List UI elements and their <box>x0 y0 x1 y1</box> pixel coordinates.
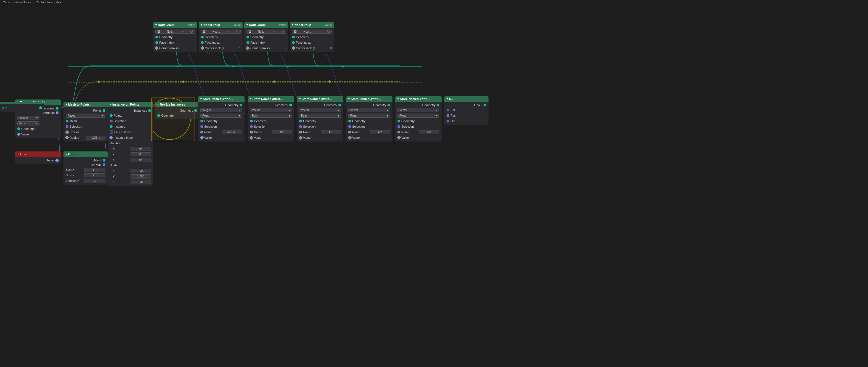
collapse-icon-2[interactable]: ▾ <box>201 24 202 26</box>
store1-header[interactable]: ▾ Store Named Attrib... <box>198 96 245 102</box>
capture-type-row: Integer▾ <box>15 115 61 120</box>
s1-domain-row: Point▾ <box>198 113 245 118</box>
collapse-grid[interactable]: ▾ <box>66 153 67 156</box>
nodegroup-4-body: 🖼Nod...4🛡 Geometry Face index Corner ran… <box>290 28 334 52</box>
mtp-mode-row: Faces▾ <box>63 113 107 118</box>
s1-name-value[interactable]: Face ind... <box>222 130 242 134</box>
socket-ri-geo-in <box>157 114 160 117</box>
collapse-idx[interactable]: ▾ <box>18 153 19 156</box>
nodegroup-1-header[interactable]: ▾ NodeGroup Value <box>153 22 197 28</box>
s4-sel-in: Selection <box>346 124 393 129</box>
breadcrumb-cube[interactable]: Cube <box>3 1 10 4</box>
capture-domain-dropdown[interactable]: Face▾ <box>18 121 39 125</box>
nodegroup-2-value: Value <box>234 24 241 27</box>
instance-on-points-header[interactable]: ▾ Instance on Points <box>107 102 153 107</box>
grid-sizex-value[interactable]: 1 m <box>84 168 105 172</box>
s5-name-in: Name N3 <box>395 129 442 135</box>
s4-type-dropdown[interactable]: Vector▾ <box>348 108 390 112</box>
iop-scale-z-value[interactable]: 1.000 <box>130 180 151 184</box>
store5-header[interactable]: ▾ Store Named Attrib... <box>395 96 442 102</box>
store3-header[interactable]: ▾ Store Named Attrib... <box>297 96 343 102</box>
iop-instindex-in: Instance Index <box>107 135 153 140</box>
socket-s3-name-in <box>299 131 302 134</box>
node-editor-canvas[interactable]: Cube › GeomNodes › Capture face index <box>0 0 868 367</box>
partial-right-header[interactable]: ▾ S... <box>444 96 489 102</box>
store1-title: Store Named Attrib... <box>203 97 242 101</box>
index-header[interactable]: ▾ Index <box>15 151 61 157</box>
nodegroup-2-faceindex: Face index <box>199 40 243 45</box>
s1-sel-in: Selection <box>198 124 245 129</box>
collapse-s4[interactable]: ▾ <box>348 97 350 100</box>
s4-geo-in: Geometry <box>346 118 393 124</box>
socket-iop-instindex-in <box>109 136 113 140</box>
store2-header[interactable]: ▾ Store Named Attrib... <box>248 96 294 102</box>
grid-header[interactable]: ▾ Grid <box>63 151 107 157</box>
socket-geometry-out-3 <box>246 36 249 38</box>
s3-domain-dropdown[interactable]: Point▾ <box>299 114 341 118</box>
nodegroup-4-dropdown[interactable]: 🖼Nod...4🛡 <box>292 30 332 34</box>
store5-body: Geometry Vector▾ Point▾ Geometry Selecti… <box>395 102 442 141</box>
s3-type-dropdown[interactable]: Vector▾ <box>299 108 341 112</box>
partial-left-header[interactable] <box>0 102 44 104</box>
mtp-radius-value[interactable]: 0.05 m <box>86 136 105 140</box>
collapse-s3[interactable]: ▾ <box>299 97 301 100</box>
capture-type-dropdown[interactable]: Integer▾ <box>18 116 39 120</box>
socket-geometry-out-4 <box>292 36 295 38</box>
socket-faceindex-out-3 <box>246 41 249 44</box>
capture-geo-in-row: Geometry <box>15 126 61 132</box>
socket-pr-geo-out <box>484 104 486 106</box>
collapse-icon-3[interactable]: ▾ <box>246 24 248 26</box>
nodegroup-2-dropdown[interactable]: 🖼Nod...4🛡 <box>201 30 241 34</box>
breadcrumb-geomnodes[interactable]: GeomNodes <box>14 1 31 4</box>
s1-domain-dropdown[interactable]: Point▾ <box>200 114 242 118</box>
s2-domain-dropdown[interactable]: Point▾ <box>250 114 292 118</box>
store4-header[interactable]: ▾ Store Named Attrib... <box>346 96 393 102</box>
mtp-sel-in: Selection <box>63 124 107 129</box>
collapse-ri[interactable]: ▾ <box>157 103 159 106</box>
nodegroup-2-corner: Corner rank (s 1 <box>199 45 243 51</box>
nodegroup-1-dropdown[interactable]: 🖼Nod...4🛡 <box>155 30 195 34</box>
collapse-s5[interactable]: ▾ <box>397 97 399 100</box>
partial-right-body: Geo... Sel... Pos... Off... <box>444 102 489 125</box>
collapse-pr[interactable]: ▾ <box>446 97 448 100</box>
collapse-s2[interactable]: ▾ <box>250 97 251 100</box>
nodegroup-3-header[interactable]: ▾ NodeGroup Value <box>244 22 288 28</box>
grid-vertx-value[interactable]: 2 <box>84 179 105 183</box>
s5-type-dropdown[interactable]: Vector▾ <box>397 108 439 112</box>
socket-s5-geo-in <box>397 120 400 122</box>
nodegroup-3-sub-row: 🖼Nod...4🛡 <box>244 29 288 34</box>
nodegroup-1-faceindex: Face index <box>153 40 197 45</box>
iop-pick-checkbox[interactable] <box>110 131 113 134</box>
socket-cap-attr-out <box>56 111 59 114</box>
breadcrumb-current[interactable]: Capture face index <box>36 1 61 4</box>
realize-instances-header[interactable]: ▾ Realize Instances <box>155 102 199 107</box>
s5-type-row: Vector▾ <box>395 107 442 113</box>
nodegroup-3-dropdown[interactable]: 🖼Nod...4🛡 <box>246 30 286 34</box>
s1-type-row: Integer▾ <box>198 107 245 113</box>
iop-scale-z: Z 1.000 <box>107 179 153 185</box>
collapse-icon-4[interactable]: ▾ <box>292 24 293 26</box>
iop-rot-x-value[interactable]: 0° <box>130 147 151 151</box>
s5-domain-dropdown[interactable]: Point▾ <box>397 114 439 118</box>
nodegroup-2-header[interactable]: ▾ NodeGroup Value <box>199 22 243 28</box>
collapse-icon[interactable]: ▾ <box>155 24 157 26</box>
iop-scale-x-value[interactable]: 1.000 <box>130 169 151 173</box>
grid-sizey-row: Size Y 1 m <box>63 172 107 178</box>
s4-domain-dropdown[interactable]: Point▾ <box>348 114 390 118</box>
s1-type-dropdown[interactable]: Integer▾ <box>200 108 242 112</box>
collapse-iop[interactable]: ▾ <box>110 103 111 106</box>
s5-name-value[interactable]: N3 <box>419 130 439 134</box>
s4-name-value[interactable]: N2 <box>370 130 390 134</box>
collapse-mtp[interactable]: ▾ <box>66 103 67 106</box>
s2-name-value[interactable]: N0 <box>272 130 292 134</box>
iop-rot-y-value[interactable]: 0° <box>130 152 151 157</box>
grid-sizey-value[interactable]: 1 m <box>84 173 105 177</box>
nodegroup-4-header[interactable]: ▾ NodeGroup Value <box>290 22 334 28</box>
s3-name-value[interactable]: N1 <box>321 130 341 134</box>
collapse-s1[interactable]: ▾ <box>200 97 202 100</box>
iop-scale-y-value[interactable]: 1.000 <box>130 174 151 178</box>
mesh-to-points-header[interactable]: ▾ Mesh to Points <box>63 102 107 107</box>
s2-type-dropdown[interactable]: Vector▾ <box>250 108 292 112</box>
iop-rot-z-value[interactable]: 0° <box>130 158 151 162</box>
mtp-mode-dropdown[interactable]: Faces▾ <box>66 114 105 118</box>
